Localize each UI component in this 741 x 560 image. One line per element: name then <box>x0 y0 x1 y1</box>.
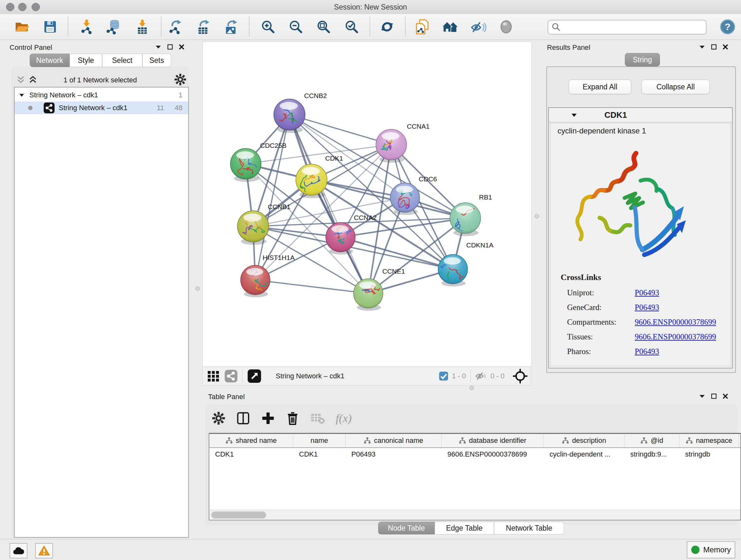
export-table-button[interactable] <box>195 18 211 35</box>
apply-layout-button[interactable] <box>379 18 395 35</box>
gene-section-header[interactable]: CDK1 <box>549 108 732 122</box>
tree-expander-icon[interactable] <box>19 93 24 97</box>
tab-sets[interactable]: Sets <box>142 54 171 67</box>
panel-menu-icon[interactable] <box>699 394 705 398</box>
cloud-status-button[interactable] <box>10 543 27 558</box>
open-in-window-button[interactable] <box>247 369 262 383</box>
birds-eye-view-button[interactable] <box>207 370 220 382</box>
open-session-button[interactable] <box>14 18 30 35</box>
network-node[interactable] <box>435 254 468 287</box>
zoom-selected-button[interactable] <box>344 18 360 35</box>
table-cell[interactable]: P06493 <box>346 448 442 461</box>
string-home-button[interactable] <box>442 18 458 35</box>
panel-divider-handle[interactable] <box>195 287 200 291</box>
network-tree: String Network – cdk1 1 String Network –… <box>14 87 189 538</box>
hide-selected-button[interactable] <box>470 18 486 35</box>
network-node[interactable] <box>230 148 261 182</box>
delete-column-button[interactable] <box>286 411 299 426</box>
network-node[interactable] <box>241 265 270 297</box>
network-node[interactable] <box>376 129 407 163</box>
clone-network-button[interactable] <box>414 18 430 35</box>
add-column-button[interactable] <box>261 411 275 425</box>
network-node[interactable] <box>296 164 327 198</box>
network-row-selected[interactable]: String Network – cdk1 11 48 <box>15 102 188 114</box>
horizontal-scrollbar[interactable] <box>209 510 740 520</box>
export-network-button[interactable] <box>167 18 183 35</box>
table-panel-title: Table Panel <box>208 393 245 401</box>
fit-content-crosshair-icon[interactable] <box>513 369 528 383</box>
network-node[interactable] <box>450 201 487 236</box>
network-canvas[interactable]: CCNB2CCNA1CDC25BCDK1CDC6RB1CCNB1CCNA2CDK… <box>202 42 532 367</box>
show-all-button[interactable] <box>498 18 514 35</box>
network-node[interactable] <box>238 211 269 245</box>
zoom-in-button[interactable] <box>260 18 276 35</box>
table-cell[interactable]: cyclin-dependent ... <box>544 448 624 461</box>
delete-table-button[interactable] <box>310 412 325 425</box>
close-panel-icon[interactable] <box>723 393 728 399</box>
crosslink-link[interactable]: P06493 <box>635 347 659 356</box>
memory-button[interactable]: Memory <box>687 541 735 558</box>
close-panel-icon[interactable] <box>179 44 185 50</box>
panel-menu-icon[interactable] <box>155 45 161 49</box>
hidden-eye-icon[interactable] <box>475 371 487 381</box>
table-cell[interactable]: CDK1 <box>293 448 346 461</box>
crosslink-link[interactable]: P06493 <box>635 303 659 312</box>
table-cell[interactable]: stringdb <box>679 448 739 461</box>
column-header[interactable]: name <box>293 434 346 447</box>
network-node[interactable] <box>390 183 420 215</box>
float-panel-icon[interactable] <box>711 393 717 399</box>
export-image-button[interactable] <box>223 18 239 35</box>
import-table-button[interactable] <box>134 18 150 35</box>
network-collection-row[interactable]: String Network – cdk1 1 <box>15 89 188 102</box>
column-header[interactable]: @id <box>624 434 679 447</box>
tab-style[interactable]: Style <box>70 54 102 67</box>
expand-all-button[interactable]: Expand All <box>569 79 631 94</box>
network-edge[interactable] <box>255 280 368 294</box>
column-header[interactable]: canonical name <box>346 434 442 447</box>
panel-menu-icon[interactable] <box>699 45 705 49</box>
close-panel-icon[interactable] <box>723 44 728 50</box>
selected-checkbox-icon[interactable] <box>439 371 449 381</box>
zoom-selected-icon <box>345 20 359 34</box>
float-panel-icon[interactable] <box>167 44 173 50</box>
network-edge[interactable] <box>289 115 368 294</box>
show-columns-button[interactable] <box>236 411 250 425</box>
tab-select[interactable]: Select <box>102 54 142 67</box>
search-input[interactable] <box>561 23 696 32</box>
import-network-file-button[interactable] <box>78 18 94 35</box>
crosslink-link[interactable]: P06493 <box>635 288 659 297</box>
column-header[interactable]: namespace <box>679 434 739 447</box>
function-builder-button[interactable]: f(x) <box>336 412 352 425</box>
warnings-button[interactable] <box>35 543 53 558</box>
panel-divider-handle[interactable] <box>535 214 539 219</box>
network-panel-options-button[interactable] <box>174 73 186 85</box>
network-node[interactable] <box>354 279 383 311</box>
tab-edge-table[interactable]: Edge Table <box>434 522 494 535</box>
table-cell[interactable]: stringdb:9... <box>624 448 679 461</box>
tab-string[interactable]: String <box>625 53 660 66</box>
table-cell[interactable]: CDK1 <box>209 448 293 461</box>
tab-network-table[interactable]: Network Table <box>494 522 564 535</box>
float-panel-icon[interactable] <box>711 44 717 50</box>
section-expander-icon[interactable] <box>571 113 577 117</box>
table-row[interactable]: CDK1CDK1P064939606.ENSP00000378699cyclin… <box>209 448 740 461</box>
crosslink-link[interactable]: 9606.ENSP00000378699 <box>635 332 716 341</box>
column-header[interactable]: database identifier <box>442 434 544 447</box>
column-header[interactable]: shared name <box>209 434 293 447</box>
string-style-button[interactable] <box>224 369 238 383</box>
help-button[interactable]: ? <box>720 19 735 35</box>
scrollbar-thumb[interactable] <box>211 511 266 518</box>
collapse-all-button[interactable]: Collapse All <box>642 79 710 94</box>
import-network-database-button[interactable] <box>105 18 121 35</box>
save-session-button[interactable] <box>42 18 58 35</box>
crosslink-link[interactable]: 9606.ENSP00000378699 <box>635 318 716 327</box>
table-cell[interactable]: 9606.ENSP00000378699 <box>442 448 544 461</box>
table-settings-button[interactable] <box>212 412 225 425</box>
tab-network[interactable]: Network <box>30 54 70 67</box>
panel-divider-handle[interactable] <box>469 386 474 390</box>
zoom-fit-button[interactable] <box>316 18 332 35</box>
tab-node-table[interactable]: Node Table <box>378 522 434 535</box>
network-node[interactable] <box>326 223 355 254</box>
column-header[interactable]: description <box>544 434 624 447</box>
zoom-out-button[interactable] <box>288 18 304 35</box>
